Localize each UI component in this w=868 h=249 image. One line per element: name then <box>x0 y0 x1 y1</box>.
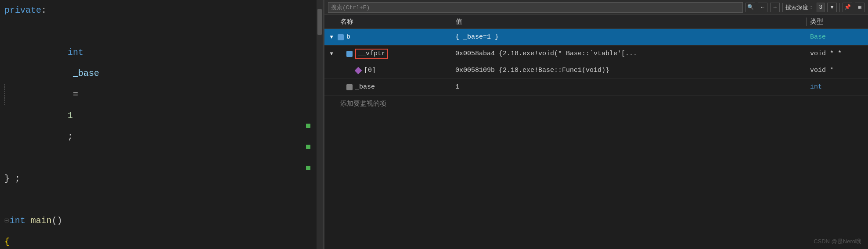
nav-right-btn[interactable]: → <box>770 3 780 12</box>
col-name-b: ▼ b <box>324 33 452 41</box>
watch-row-0[interactable]: ▶ [0] 0x0058109b {2.18.exe!Base::Func1(v… <box>324 62 868 79</box>
col-type-vfptr: void * * <box>807 50 868 57</box>
scrollbar-track[interactable] <box>317 0 323 249</box>
row-name-b: b <box>346 33 350 41</box>
watch-table: ▼ b { _base=1 } Base ▼ __vfptr 0x0 <box>324 29 868 249</box>
icon-vfptr <box>346 50 353 58</box>
col-name-0: ▶ [0] <box>324 67 452 75</box>
watch-toolbar: 搜索(Ctrl+E) 🔍 ← → 搜索深度： 3 ▼ 📌 ▦ <box>324 0 868 15</box>
header-type: 类型 <box>807 18 868 26</box>
breakpoint-markers <box>310 0 317 249</box>
code-line-private: private: <box>4 0 323 21</box>
expand-0[interactable]: ▶ <box>328 67 335 74</box>
keyword-int-main: int <box>10 210 25 231</box>
field-icon-base <box>346 84 353 90</box>
breakpoint-1 <box>306 124 310 128</box>
code-content: private: int _base = 1 ; } ; ⊟ int main … <box>0 0 323 249</box>
colon: : <box>41 0 47 21</box>
code-line-empty <box>4 189 323 210</box>
search-box[interactable]: 搜索(Ctrl+E) <box>328 2 743 13</box>
col-type-base-field: int <box>807 83 868 91</box>
space-main <box>25 210 31 231</box>
add-watch-row[interactable]: 添加要监视的项 <box>324 96 868 112</box>
search-placeholder: 搜索(Ctrl+E) <box>331 4 370 11</box>
watch-header: 名称 值 类型 <box>324 15 868 29</box>
breakpoint-2 <box>306 145 310 149</box>
watch-row-vfptr[interactable]: ▼ __vfptr 0x0058aba4 {2.18.exe!void(* Ba… <box>324 46 868 62</box>
expand-vfptr[interactable]: ▼ <box>328 50 335 57</box>
code-line-open-brace-main: { <box>4 231 323 249</box>
pin-btn[interactable]: 📌 <box>843 3 852 12</box>
punct-close-brace: } ; <box>4 168 20 189</box>
keyword-private: private <box>4 0 41 21</box>
header-value-text: 值 <box>456 18 462 26</box>
func-main: main <box>31 210 52 231</box>
vfptr-outlined-text: __vfptr <box>355 49 388 59</box>
add-watch-text: 添加要监视的项 <box>340 100 386 108</box>
header-value: 值 <box>452 18 806 26</box>
row-name-vfptr: __vfptr <box>355 49 388 59</box>
var-base: _base <box>68 68 99 78</box>
nav-left-btn[interactable]: ← <box>758 3 767 12</box>
header-name: 名称 <box>324 18 452 26</box>
col-type-b: Base <box>807 33 868 41</box>
row-name-base-field: _base <box>355 83 375 91</box>
search-icon-btn[interactable]: 🔍 <box>746 3 755 12</box>
col-value-b: { _base=1 } <box>452 33 807 41</box>
breakpoint-3 <box>306 166 310 170</box>
col-value-vfptr: 0x0058aba4 {2.18.exe!void(* Base::`vtabl… <box>452 50 807 57</box>
icon-base-field <box>346 83 353 91</box>
diamond-icon-0 <box>355 67 362 74</box>
collapse-icon[interactable]: ⊟ <box>4 210 9 231</box>
col-name-vfptr: ▼ __vfptr <box>324 49 452 59</box>
header-name-text: 名称 <box>340 18 353 26</box>
open-brace-main: { <box>4 231 10 249</box>
header-type-text: 类型 <box>810 18 823 26</box>
code-editor: private: int _base = 1 ; } ; ⊟ int main … <box>0 0 323 249</box>
depth-value[interactable]: 3 <box>817 3 825 12</box>
code-line-close: } ; <box>4 168 323 189</box>
row-name-0: [0] <box>364 67 376 74</box>
depth-dropdown-btn[interactable]: ▼ <box>827 3 837 12</box>
icon-b <box>337 33 345 41</box>
watch-row-b[interactable]: ▼ b { _base=1 } Base <box>324 29 868 46</box>
cube-icon-b <box>338 34 344 40</box>
cube-icon-vfptr <box>346 51 353 57</box>
parens-main: () <box>52 210 62 231</box>
expand-b[interactable]: ▼ <box>328 34 335 41</box>
depth-label: 搜索深度： <box>785 4 814 11</box>
watch-panel: 搜索(Ctrl+E) 🔍 ← → 搜索深度： 3 ▼ 📌 ▦ 名称 值 类型 ▼ <box>324 0 868 249</box>
icon-0 <box>354 67 362 75</box>
grid-btn[interactable]: ▦ <box>855 3 864 12</box>
keyword-int: int <box>68 47 83 57</box>
scrollbar-thumb[interactable] <box>317 9 322 35</box>
toolbar-sep-1 <box>782 3 783 12</box>
watch-row-base-field[interactable]: ▶ _base 1 int <box>324 79 868 96</box>
col-value-0: 0x0058109b {2.18.exe!Base::Func1(void)} <box>452 67 807 74</box>
code-line-main: ⊟ int main () <box>4 210 323 231</box>
col-value-base-field: 1 <box>452 83 807 91</box>
code-line-int-base: int _base = 1 ; <box>4 21 323 168</box>
punct-eq: = <box>68 89 83 100</box>
expand-base-field[interactable]: ▶ <box>328 84 335 91</box>
watermark: CSDN @是Nero哦 <box>814 238 861 245</box>
toolbar-sep-2 <box>839 3 840 12</box>
col-name-base-field: ▶ _base <box>324 83 452 91</box>
num-1: 1 <box>68 110 73 121</box>
punct-semi: ; <box>68 132 73 142</box>
col-type-0: void * <box>807 67 868 74</box>
